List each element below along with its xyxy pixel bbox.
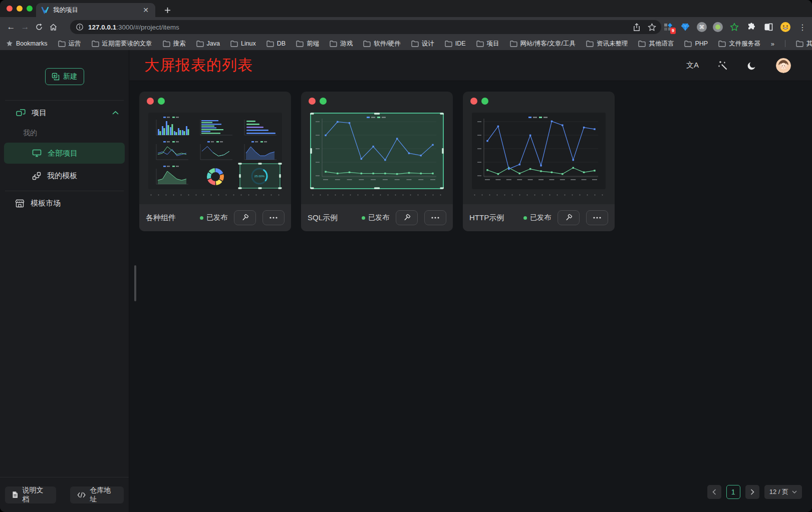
docs-button[interactable]: 说明文档 xyxy=(5,486,56,503)
minimize-window-button[interactable] xyxy=(17,6,23,12)
bookmark-folder-item[interactable]: 文件服务器 xyxy=(718,40,760,48)
macos-traffic-lights xyxy=(7,6,33,12)
bookmark-label: Java xyxy=(207,40,220,47)
side-panel-icon[interactable] xyxy=(763,22,774,33)
extension-command-icon[interactable]: ⌘ xyxy=(697,22,707,32)
bookmark-folder-item[interactable]: 前端 xyxy=(296,40,319,48)
bookmark-star-icon[interactable] xyxy=(648,23,656,32)
folder-icon xyxy=(476,41,484,47)
bookmark-label: 项目 xyxy=(487,40,499,48)
sidebar-item-all-projects[interactable]: 全部项目 xyxy=(4,143,125,164)
magic-wand-icon[interactable] xyxy=(718,61,728,71)
bookmark-folder-item[interactable]: PHP xyxy=(684,40,708,47)
more-actions-button[interactable] xyxy=(586,210,608,225)
favicon xyxy=(41,6,49,14)
back-button[interactable]: ← xyxy=(4,20,18,34)
project-thumbnail[interactable] xyxy=(472,113,606,189)
bookmark-folder-item[interactable]: Java xyxy=(196,40,220,47)
chevron-up-icon[interactable] xyxy=(112,111,119,115)
bookmark-folder-item[interactable]: 其他语言 xyxy=(638,40,674,48)
sidebar-item-template-market[interactable]: 模板市场 xyxy=(0,191,129,215)
extension-gem-icon[interactable] xyxy=(680,22,691,33)
chevron-down-icon xyxy=(792,490,797,493)
reload-button[interactable] xyxy=(32,20,46,34)
forward-button[interactable]: → xyxy=(18,20,32,34)
star-icon xyxy=(6,40,13,47)
bookmark-label: 网站/博客/文章/工具 xyxy=(520,40,576,48)
repo-button[interactable]: 仓库地址 xyxy=(70,486,124,503)
folder-icon xyxy=(58,41,66,47)
status-badge: 已发布 xyxy=(200,213,227,222)
scrollbar-thumb[interactable] xyxy=(134,265,136,301)
project-card[interactable]: 25.00% 各种组件 已发布 xyxy=(139,92,291,231)
new-project-button[interactable]: 新建 xyxy=(45,68,84,85)
site-info-icon[interactable] xyxy=(76,24,83,31)
bookmark-folder-item[interactable]: 游戏 xyxy=(330,40,353,48)
extension-clipper-icon[interactable] xyxy=(729,22,740,33)
chrome-menu-icon[interactable]: ⋮ xyxy=(797,22,808,33)
user-avatar[interactable] xyxy=(776,58,791,73)
project-card[interactable]: HTTP示例 已发布 xyxy=(463,92,615,231)
code-icon xyxy=(77,492,86,498)
extension-record-icon[interactable] xyxy=(713,22,723,32)
status-badge: 已发布 xyxy=(362,213,389,222)
bookmark-folder-item[interactable]: 近期需要读的文章 xyxy=(92,40,152,48)
share-icon[interactable] xyxy=(633,23,641,32)
extensions-puzzle-icon[interactable] xyxy=(746,22,757,33)
profile-avatar-icon[interactable] xyxy=(780,22,791,33)
dotted-divider xyxy=(147,194,283,196)
tab-close-icon[interactable]: ✕ xyxy=(141,6,150,15)
other-bookmarks-folder[interactable]: 其他书签 xyxy=(796,40,812,48)
main-area: 大屏报表的列表 文A xyxy=(129,50,812,512)
bookmark-folder-item[interactable]: 运营 xyxy=(58,40,81,48)
more-actions-button[interactable] xyxy=(424,210,446,225)
bookmark-folder-item[interactable]: 搜索 xyxy=(163,40,186,48)
sidebar-group-projects[interactable]: 项目 xyxy=(0,101,129,125)
close-window-button[interactable] xyxy=(7,6,13,12)
bookmark-folder-item[interactable]: DB xyxy=(266,40,286,47)
project-card-list: 25.00% 各种组件 已发布 xyxy=(129,81,812,242)
card-footer: 各种组件 已发布 xyxy=(139,204,291,231)
project-card[interactable]: SQL示例 已发布 xyxy=(301,92,453,231)
url-host: 127.0.0.1 xyxy=(88,24,116,31)
more-actions-button[interactable] xyxy=(262,210,285,225)
url-bar[interactable]: 127.0.0.1:3000/#/project/items xyxy=(70,20,661,34)
bookmarks-root-item[interactable]: Bookmarks xyxy=(6,40,48,47)
project-thumbnail[interactable] xyxy=(310,113,444,189)
current-page-button[interactable]: 1 xyxy=(726,485,740,499)
home-button[interactable] xyxy=(46,20,60,34)
bookmark-folder-item[interactable]: IDE xyxy=(445,40,466,47)
sidebar-item-my-templates[interactable]: 我的模板 xyxy=(0,165,129,187)
folder-icon xyxy=(684,41,692,47)
sidebar-item-label: 模板市场 xyxy=(31,199,61,208)
bookmark-folder-item[interactable]: Linux xyxy=(230,40,256,47)
hammer-icon xyxy=(241,214,249,222)
bookmark-folder-item[interactable]: 设计 xyxy=(411,40,434,48)
other-bookmarks-label: 其他书签 xyxy=(806,40,812,48)
new-tab-button[interactable] xyxy=(161,4,173,16)
bookmark-label: IDE xyxy=(455,40,466,47)
edit-project-button[interactable] xyxy=(396,210,418,225)
dark-mode-moon-icon[interactable] xyxy=(747,61,757,71)
bookmark-folder-item[interactable]: 资讯未整理 xyxy=(586,40,628,48)
bookmarks-overflow-chevron[interactable]: » xyxy=(771,40,774,48)
prev-page-button[interactable] xyxy=(707,485,721,499)
bookmark-folder-item[interactable]: 网站/博客/文章/工具 xyxy=(510,40,576,48)
browser-tab[interactable]: 我的项目 ✕ xyxy=(36,3,155,17)
project-thumbnail[interactable]: 25.00% xyxy=(148,113,282,189)
bookmark-folder-item[interactable]: 软件/硬件 xyxy=(363,40,400,48)
projects-icon xyxy=(16,109,26,117)
tab-strip: 我的项目 ✕ xyxy=(0,0,812,17)
extension-grid-icon[interactable]: 9 xyxy=(663,22,674,33)
edit-project-button[interactable] xyxy=(558,210,580,225)
edit-project-button[interactable] xyxy=(234,210,256,225)
browser-window: 我的项目 ✕ ← → 127.0.0.1:3000/#/project/item… xyxy=(0,0,812,512)
page-size-select[interactable]: 12 / 页 xyxy=(764,485,802,499)
next-page-button[interactable] xyxy=(745,485,759,499)
extension-badge: 9 xyxy=(670,28,676,34)
docs-button-label: 说明文档 xyxy=(22,486,49,504)
url-path: :3000/#/project/items xyxy=(116,24,179,31)
zoom-window-button[interactable] xyxy=(27,6,33,12)
language-icon[interactable]: 文A xyxy=(686,61,699,70)
bookmark-folder-item[interactable]: 项目 xyxy=(476,40,499,48)
